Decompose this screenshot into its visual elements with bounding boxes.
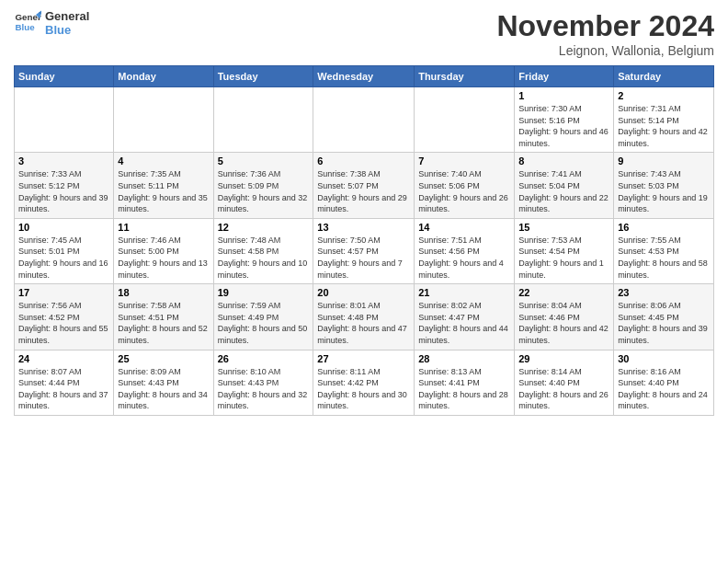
- day-number: 13: [317, 222, 410, 233]
- calendar-cell: [114, 87, 213, 153]
- calendar: SundayMondayTuesdayWednesdayThursdayFrid…: [14, 65, 714, 416]
- day-number: 1: [518, 90, 609, 101]
- day-info: Sunrise: 7:35 AM Sunset: 5:11 PM Dayligh…: [118, 168, 209, 214]
- calendar-week-4: 24Sunrise: 8:07 AM Sunset: 4:44 PM Dayli…: [15, 350, 714, 415]
- day-number: 24: [18, 353, 109, 364]
- title-section: November 2024 Leignon, Wallonia, Belgium: [496, 9, 714, 58]
- calendar-week-1: 3Sunrise: 7:33 AM Sunset: 5:12 PM Daylig…: [15, 153, 714, 218]
- calendar-cell: 20Sunrise: 8:01 AM Sunset: 4:48 PM Dayli…: [313, 284, 415, 350]
- day-number: 3: [18, 155, 109, 167]
- calendar-cell: 2Sunrise: 7:31 AM Sunset: 5:14 PM Daylig…: [614, 87, 714, 153]
- calendar-cell: 23Sunrise: 8:06 AM Sunset: 4:45 PM Dayli…: [614, 284, 714, 350]
- calendar-cell: 26Sunrise: 8:10 AM Sunset: 4:43 PM Dayli…: [213, 350, 313, 415]
- day-number: 19: [218, 287, 310, 298]
- day-info: Sunrise: 7:50 AM Sunset: 4:57 PM Dayligh…: [317, 235, 410, 281]
- day-number: 14: [418, 222, 510, 233]
- day-info: Sunrise: 8:10 AM Sunset: 4:43 PM Dayligh…: [218, 366, 310, 412]
- day-info: Sunrise: 7:45 AM Sunset: 5:01 PM Dayligh…: [18, 235, 109, 281]
- calendar-cell: 25Sunrise: 8:09 AM Sunset: 4:43 PM Dayli…: [114, 350, 213, 415]
- day-info: Sunrise: 8:11 AM Sunset: 4:42 PM Dayligh…: [317, 366, 410, 412]
- calendar-cell: 9Sunrise: 7:43 AM Sunset: 5:03 PM Daylig…: [614, 153, 714, 218]
- day-number: 23: [618, 287, 710, 298]
- calendar-cell: 17Sunrise: 7:56 AM Sunset: 4:52 PM Dayli…: [15, 284, 114, 350]
- day-info: Sunrise: 8:16 AM Sunset: 4:40 PM Dayligh…: [618, 366, 710, 412]
- day-info: Sunrise: 7:48 AM Sunset: 4:58 PM Dayligh…: [218, 235, 310, 281]
- calendar-cell: [15, 87, 114, 153]
- day-info: Sunrise: 7:41 AM Sunset: 5:04 PM Dayligh…: [518, 168, 609, 214]
- header-day-tuesday: Tuesday: [213, 66, 313, 87]
- calendar-cell: [313, 87, 415, 153]
- calendar-cell: 4Sunrise: 7:35 AM Sunset: 5:11 PM Daylig…: [114, 153, 213, 218]
- calendar-cell: 15Sunrise: 7:53 AM Sunset: 4:54 PM Dayli…: [515, 218, 614, 283]
- calendar-cell: 16Sunrise: 7:55 AM Sunset: 4:53 PM Dayli…: [614, 218, 714, 283]
- day-number: 8: [518, 155, 609, 167]
- logo-blue: Blue: [45, 23, 89, 37]
- svg-text:General: General: [16, 12, 42, 22]
- day-info: Sunrise: 8:06 AM Sunset: 4:45 PM Dayligh…: [618, 300, 710, 346]
- day-number: 25: [118, 353, 209, 364]
- page-header: General Blue General Blue November 2024 …: [14, 9, 714, 58]
- header-day-wednesday: Wednesday: [313, 66, 415, 87]
- calendar-cell: 28Sunrise: 8:13 AM Sunset: 4:41 PM Dayli…: [415, 350, 515, 415]
- calendar-cell: [213, 87, 313, 153]
- day-number: 4: [118, 155, 209, 167]
- day-info: Sunrise: 7:56 AM Sunset: 4:52 PM Dayligh…: [18, 300, 109, 346]
- day-info: Sunrise: 7:53 AM Sunset: 4:54 PM Dayligh…: [518, 235, 609, 281]
- day-info: Sunrise: 7:59 AM Sunset: 4:49 PM Dayligh…: [218, 300, 310, 346]
- day-number: 7: [418, 155, 510, 167]
- day-info: Sunrise: 7:43 AM Sunset: 5:03 PM Dayligh…: [618, 168, 710, 214]
- calendar-cell: 27Sunrise: 8:11 AM Sunset: 4:42 PM Dayli…: [313, 350, 415, 415]
- header-day-monday: Monday: [114, 66, 213, 87]
- day-number: 10: [18, 222, 109, 233]
- calendar-week-0: 1Sunrise: 7:30 AM Sunset: 5:16 PM Daylig…: [15, 87, 714, 153]
- calendar-cell: 5Sunrise: 7:36 AM Sunset: 5:09 PM Daylig…: [213, 153, 313, 218]
- calendar-cell: 19Sunrise: 7:59 AM Sunset: 4:49 PM Dayli…: [213, 284, 313, 350]
- day-number: 20: [317, 287, 410, 298]
- calendar-week-3: 17Sunrise: 7:56 AM Sunset: 4:52 PM Dayli…: [15, 284, 714, 350]
- header-day-saturday: Saturday: [614, 66, 714, 87]
- day-info: Sunrise: 7:58 AM Sunset: 4:51 PM Dayligh…: [118, 300, 209, 346]
- calendar-cell: 29Sunrise: 8:14 AM Sunset: 4:40 PM Dayli…: [515, 350, 614, 415]
- calendar-cell: 3Sunrise: 7:33 AM Sunset: 5:12 PM Daylig…: [15, 153, 114, 218]
- day-number: 26: [218, 353, 310, 364]
- day-info: Sunrise: 7:46 AM Sunset: 5:00 PM Dayligh…: [118, 235, 209, 281]
- calendar-cell: 8Sunrise: 7:41 AM Sunset: 5:04 PM Daylig…: [515, 153, 614, 218]
- logo: General Blue General Blue: [14, 9, 89, 37]
- day-number: 11: [118, 222, 209, 233]
- calendar-cell: 11Sunrise: 7:46 AM Sunset: 5:00 PM Dayli…: [114, 218, 213, 283]
- calendar-cell: [415, 87, 515, 153]
- day-number: 6: [317, 155, 410, 167]
- day-number: 17: [18, 287, 109, 298]
- day-number: 30: [618, 353, 710, 364]
- day-number: 12: [218, 222, 310, 233]
- calendar-cell: 13Sunrise: 7:50 AM Sunset: 4:57 PM Dayli…: [313, 218, 415, 283]
- day-number: 5: [218, 155, 310, 167]
- day-number: 27: [317, 353, 410, 364]
- day-info: Sunrise: 7:31 AM Sunset: 5:14 PM Dayligh…: [618, 103, 710, 149]
- day-info: Sunrise: 8:01 AM Sunset: 4:48 PM Dayligh…: [317, 300, 410, 346]
- calendar-cell: 10Sunrise: 7:45 AM Sunset: 5:01 PM Dayli…: [15, 218, 114, 283]
- day-number: 16: [618, 222, 710, 233]
- calendar-cell: 6Sunrise: 7:38 AM Sunset: 5:07 PM Daylig…: [313, 153, 415, 218]
- day-number: 29: [518, 353, 609, 364]
- day-number: 22: [518, 287, 609, 298]
- day-info: Sunrise: 8:09 AM Sunset: 4:43 PM Dayligh…: [118, 366, 209, 412]
- day-number: 18: [118, 287, 209, 298]
- day-info: Sunrise: 7:33 AM Sunset: 5:12 PM Dayligh…: [18, 168, 109, 214]
- day-number: 9: [618, 155, 710, 167]
- day-info: Sunrise: 8:02 AM Sunset: 4:47 PM Dayligh…: [418, 300, 510, 346]
- main-title: November 2024: [496, 9, 714, 43]
- day-number: 28: [418, 353, 510, 364]
- day-info: Sunrise: 8:04 AM Sunset: 4:46 PM Dayligh…: [518, 300, 609, 346]
- calendar-cell: 21Sunrise: 8:02 AM Sunset: 4:47 PM Dayli…: [415, 284, 515, 350]
- svg-text:Blue: Blue: [16, 22, 36, 32]
- calendar-cell: 14Sunrise: 7:51 AM Sunset: 4:56 PM Dayli…: [415, 218, 515, 283]
- calendar-cell: 18Sunrise: 7:58 AM Sunset: 4:51 PM Dayli…: [114, 284, 213, 350]
- day-info: Sunrise: 7:30 AM Sunset: 5:16 PM Dayligh…: [518, 103, 609, 149]
- calendar-cell: 7Sunrise: 7:40 AM Sunset: 5:06 PM Daylig…: [415, 153, 515, 218]
- day-info: Sunrise: 8:13 AM Sunset: 4:41 PM Dayligh…: [418, 366, 510, 412]
- header-day-friday: Friday: [515, 66, 614, 87]
- day-info: Sunrise: 8:07 AM Sunset: 4:44 PM Dayligh…: [18, 366, 109, 412]
- calendar-cell: 24Sunrise: 8:07 AM Sunset: 4:44 PM Dayli…: [15, 350, 114, 415]
- day-info: Sunrise: 8:14 AM Sunset: 4:40 PM Dayligh…: [518, 366, 609, 412]
